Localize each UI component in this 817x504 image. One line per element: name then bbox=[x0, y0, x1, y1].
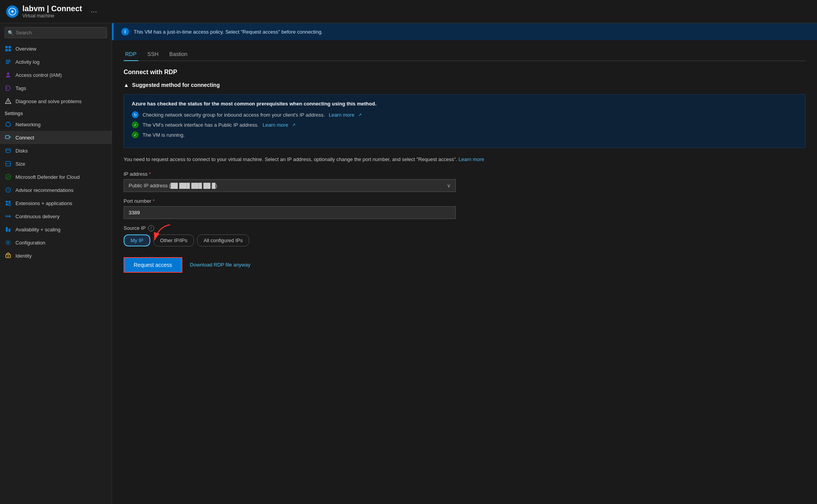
svg-point-14 bbox=[8, 122, 9, 123]
info-banner-text: This VM has a just-in-time access policy… bbox=[134, 29, 323, 35]
check-item-public-ip-text: The VM's network interface has a Public … bbox=[143, 122, 259, 128]
ip-required-star: * bbox=[149, 171, 151, 177]
defender-icon bbox=[5, 173, 12, 180]
sidebar-label-networking: Networking bbox=[15, 122, 41, 127]
svg-rect-5 bbox=[6, 60, 10, 61]
check-item-public-ip: ✓ The VM's network interface has a Publi… bbox=[132, 121, 797, 128]
dropdown-chevron-icon: ∨ bbox=[447, 183, 451, 188]
tab-ssh[interactable]: SSH bbox=[146, 48, 160, 61]
info-banner-icon: i bbox=[121, 28, 129, 36]
activity-log-icon bbox=[5, 58, 12, 65]
sidebar-label-defender: Microsoft Defender for Cloud bbox=[15, 174, 80, 180]
svg-rect-3 bbox=[5, 49, 8, 51]
header-more-button[interactable]: ··· bbox=[91, 7, 97, 16]
request-access-description: You need to request access to connect to… bbox=[124, 156, 805, 163]
source-ip-label: Source IP i bbox=[124, 225, 805, 231]
svg-rect-34 bbox=[8, 229, 10, 232]
sidebar-item-tags[interactable]: Tags bbox=[0, 81, 112, 95]
svg-rect-26 bbox=[6, 201, 8, 203]
sidebar-item-disks[interactable]: Disks bbox=[0, 144, 112, 157]
svg-point-35 bbox=[7, 242, 9, 244]
collapse-chevron: ▲ bbox=[124, 82, 129, 88]
sidebar-item-activity-log[interactable]: Activity log bbox=[0, 55, 112, 68]
top-header: labvm | Connect Virtual machine ··· bbox=[0, 0, 817, 23]
sidebar-item-diagnose[interactable]: Diagnose and solve problems bbox=[0, 95, 112, 108]
ip-address-label: IP address * bbox=[124, 171, 805, 177]
ip-address-dropdown[interactable]: Public IP address (██ ███ ███ ██.█) ∨ bbox=[124, 179, 456, 192]
sidebar-label-activity-log: Activity log bbox=[15, 59, 39, 65]
svg-rect-29 bbox=[8, 204, 10, 205]
svg-marker-19 bbox=[10, 136, 11, 138]
svg-rect-6 bbox=[6, 61, 10, 62]
source-ip-all[interactable]: All configured IPs bbox=[197, 234, 249, 246]
disks-icon bbox=[5, 147, 12, 154]
source-ip-info-icon[interactable]: i bbox=[148, 225, 154, 231]
svg-point-12 bbox=[8, 102, 8, 103]
configuration-icon bbox=[5, 239, 12, 246]
svg-rect-33 bbox=[6, 227, 8, 232]
ip-address-value: Public IP address (██ ███ ███ ██.█) bbox=[129, 183, 217, 188]
sidebar: 🔍 Overview Activity log bbox=[0, 23, 112, 504]
svg-point-10 bbox=[7, 88, 8, 89]
sidebar-item-networking[interactable]: Networking bbox=[0, 118, 112, 131]
sidebar-item-size[interactable]: Size bbox=[0, 157, 112, 170]
source-ip-my-ip[interactable]: My IP bbox=[124, 234, 150, 246]
request-access-button[interactable]: Request access bbox=[124, 257, 182, 273]
connect-icon bbox=[5, 134, 12, 141]
sidebar-item-extensions[interactable]: Extensions + applications bbox=[0, 197, 112, 210]
availability-icon bbox=[5, 226, 12, 233]
external-link-icon: ↗ bbox=[358, 112, 362, 117]
sidebar-item-connect[interactable]: Connect bbox=[0, 131, 112, 144]
sidebar-label-availability: Availability + scaling bbox=[15, 227, 60, 232]
svg-rect-2 bbox=[8, 46, 11, 48]
content-area: i This VM has a just-in-time access poli… bbox=[112, 23, 817, 504]
source-ip-other[interactable]: Other IP/IPs bbox=[153, 234, 194, 246]
sidebar-item-defender[interactable]: Microsoft Defender for Cloud bbox=[0, 170, 112, 183]
suggested-method-label: Suggested method for connecting bbox=[132, 82, 220, 88]
settings-section-header: Settings bbox=[0, 108, 112, 118]
sidebar-item-continuous-delivery[interactable]: Continuous delivery bbox=[0, 210, 112, 223]
svg-point-30 bbox=[6, 216, 7, 217]
search-icon: 🔍 bbox=[8, 30, 14, 36]
sidebar-label-advisor: Advisor recommendations bbox=[15, 187, 73, 193]
overview-icon bbox=[5, 45, 12, 52]
sidebar-item-configuration[interactable]: Configuration bbox=[0, 236, 112, 249]
check-item-nsg-learn-more[interactable]: Learn more bbox=[329, 112, 354, 118]
svg-point-16 bbox=[10, 125, 11, 126]
port-number-input[interactable] bbox=[124, 206, 456, 219]
azure-check-box: Azure has checked the status for the mos… bbox=[124, 94, 805, 148]
sidebar-item-access-control[interactable]: Access control (IAM) bbox=[0, 68, 112, 81]
sidebar-label-configuration: Configuration bbox=[15, 240, 45, 246]
page-subtitle: Virtual machine bbox=[22, 13, 82, 19]
sidebar-label-diagnose: Diagnose and solve problems bbox=[15, 98, 82, 104]
sidebar-label-identity: Identity bbox=[15, 253, 32, 259]
download-rdp-link[interactable]: Download RDP file anyway bbox=[190, 262, 251, 268]
sidebar-item-advisor[interactable]: Advisor recommendations bbox=[0, 183, 112, 197]
continuous-delivery-icon bbox=[5, 213, 12, 220]
sidebar-item-overview[interactable]: Overview bbox=[0, 42, 112, 55]
port-required-star: * bbox=[153, 198, 155, 204]
sidebar-label-tags: Tags bbox=[15, 85, 26, 91]
check-item-public-ip-learn-more[interactable]: Learn more bbox=[263, 122, 288, 128]
tab-rdp[interactable]: RDP bbox=[124, 48, 138, 61]
svg-point-37 bbox=[8, 256, 9, 257]
svg-point-20 bbox=[6, 149, 10, 150]
search-input[interactable] bbox=[5, 27, 107, 38]
svg-rect-1 bbox=[5, 46, 8, 48]
sidebar-item-identity[interactable]: Identity bbox=[0, 249, 112, 262]
check-item-nsg: ↻ Checking network security group for in… bbox=[132, 111, 797, 118]
svg-rect-17 bbox=[5, 136, 9, 139]
identity-icon bbox=[5, 252, 12, 259]
sidebar-item-availability[interactable]: Availability + scaling bbox=[0, 223, 112, 236]
advisor-icon bbox=[5, 187, 12, 193]
page-title: labvm | Connect bbox=[22, 4, 82, 13]
svg-rect-7 bbox=[6, 63, 9, 64]
tab-bastion[interactable]: Bastion bbox=[168, 48, 189, 61]
suggested-method-toggle[interactable]: ▲ Suggested method for connecting bbox=[124, 82, 805, 88]
sidebar-label-connect: Connect bbox=[15, 135, 34, 141]
sidebar-label-access-control: Access control (IAM) bbox=[15, 72, 62, 78]
desc-learn-more[interactable]: Learn more bbox=[459, 156, 484, 162]
sidebar-label-size: Size bbox=[15, 161, 25, 167]
check-icon-success-1: ✓ bbox=[132, 121, 139, 128]
diagnose-icon bbox=[5, 98, 12, 105]
